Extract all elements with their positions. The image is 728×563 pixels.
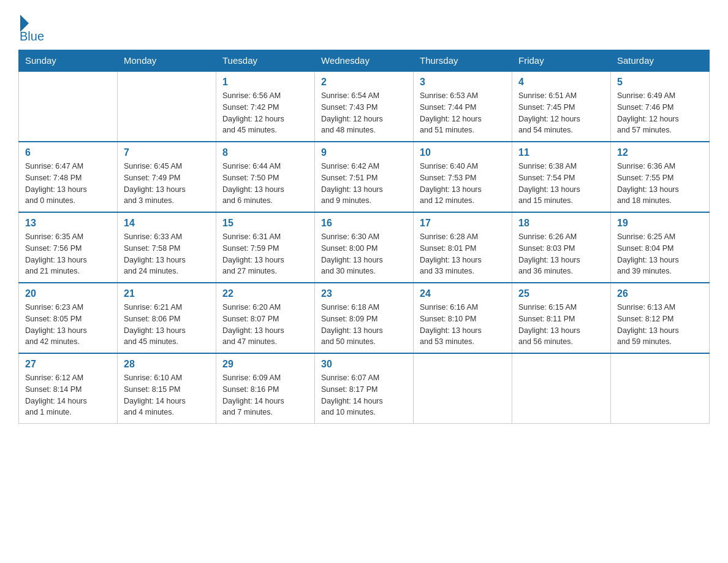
calendar-cell: 14Sunrise: 6:33 AM Sunset: 7:58 PM Dayli… [118,212,216,283]
day-info: Sunrise: 6:20 AM Sunset: 8:07 PM Dayligh… [222,302,308,348]
logo-subtitle: Blue [20,29,44,44]
calendar-cell: 19Sunrise: 6:25 AM Sunset: 8:04 PM Dayli… [611,212,710,283]
calendar-table: SundayMondayTuesdayWednesdayThursdayFrid… [18,50,710,424]
day-number: 18 [518,218,604,229]
day-info: Sunrise: 6:25 AM Sunset: 8:04 PM Dayligh… [617,231,703,277]
calendar-cell: 7Sunrise: 6:45 AM Sunset: 7:49 PM Daylig… [118,142,216,212]
calendar-cell: 3Sunrise: 6:53 AM Sunset: 7:44 PM Daylig… [414,71,512,142]
day-number: 29 [222,359,308,370]
day-info: Sunrise: 6:53 AM Sunset: 7:44 PM Dayligh… [420,90,506,136]
day-info: Sunrise: 6:23 AM Sunset: 8:05 PM Dayligh… [25,302,111,348]
calendar-cell [19,71,118,142]
day-number: 20 [25,288,111,299]
calendar-cell: 18Sunrise: 6:26 AM Sunset: 8:03 PM Dayli… [512,212,611,283]
day-info: Sunrise: 6:28 AM Sunset: 8:01 PM Dayligh… [420,231,506,277]
page-header: Blue [18,12,710,44]
day-number: 5 [617,77,703,88]
calendar-cell: 10Sunrise: 6:40 AM Sunset: 7:53 PM Dayli… [414,142,512,212]
day-info: Sunrise: 6:21 AM Sunset: 8:06 PM Dayligh… [124,302,210,348]
calendar-cell: 30Sunrise: 6:07 AM Sunset: 8:17 PM Dayli… [315,353,414,424]
day-number: 25 [518,288,604,299]
calendar-cell: 23Sunrise: 6:18 AM Sunset: 8:09 PM Dayli… [315,283,414,353]
day-number: 3 [420,77,506,88]
day-info: Sunrise: 6:15 AM Sunset: 8:11 PM Dayligh… [518,302,604,348]
week-row-3: 13Sunrise: 6:35 AM Sunset: 7:56 PM Dayli… [19,212,710,283]
calendar-cell: 11Sunrise: 6:38 AM Sunset: 7:54 PM Dayli… [512,142,611,212]
day-number: 2 [321,77,407,88]
day-info: Sunrise: 6:54 AM Sunset: 7:43 PM Dayligh… [321,90,407,136]
day-number: 21 [124,288,210,299]
logo: Blue [18,12,44,44]
day-info: Sunrise: 6:18 AM Sunset: 8:09 PM Dayligh… [321,302,407,348]
calendar-cell: 1Sunrise: 6:56 AM Sunset: 7:42 PM Daylig… [216,71,315,142]
calendar-cell: 6Sunrise: 6:47 AM Sunset: 7:48 PM Daylig… [19,142,118,212]
week-row-2: 6Sunrise: 6:47 AM Sunset: 7:48 PM Daylig… [19,142,710,212]
header-monday: Monday [118,50,216,72]
day-number: 26 [617,288,703,299]
calendar-cell: 24Sunrise: 6:16 AM Sunset: 8:10 PM Dayli… [414,283,512,353]
calendar-cell: 8Sunrise: 6:44 AM Sunset: 7:50 PM Daylig… [216,142,315,212]
day-info: Sunrise: 6:45 AM Sunset: 7:49 PM Dayligh… [124,161,210,207]
calendar-cell [611,353,710,424]
day-number: 30 [321,359,407,370]
calendar-cell: 5Sunrise: 6:49 AM Sunset: 7:46 PM Daylig… [611,71,710,142]
day-number: 19 [617,218,703,229]
calendar-cell: 12Sunrise: 6:36 AM Sunset: 7:55 PM Dayli… [611,142,710,212]
day-info: Sunrise: 6:38 AM Sunset: 7:54 PM Dayligh… [518,161,604,207]
calendar-cell: 9Sunrise: 6:42 AM Sunset: 7:51 PM Daylig… [315,142,414,212]
calendar-cell: 15Sunrise: 6:31 AM Sunset: 7:59 PM Dayli… [216,212,315,283]
header-friday: Friday [512,50,611,72]
day-info: Sunrise: 6:13 AM Sunset: 8:12 PM Dayligh… [617,302,703,348]
header-thursday: Thursday [414,50,512,72]
day-number: 28 [124,359,210,370]
day-info: Sunrise: 6:07 AM Sunset: 8:17 PM Dayligh… [321,372,407,418]
week-row-5: 27Sunrise: 6:12 AM Sunset: 8:14 PM Dayli… [19,353,710,424]
day-info: Sunrise: 6:49 AM Sunset: 7:46 PM Dayligh… [617,90,703,136]
day-info: Sunrise: 6:42 AM Sunset: 7:51 PM Dayligh… [321,161,407,207]
day-info: Sunrise: 6:31 AM Sunset: 7:59 PM Dayligh… [222,231,308,277]
day-info: Sunrise: 6:16 AM Sunset: 8:10 PM Dayligh… [420,302,506,348]
day-number: 6 [25,147,111,158]
header-sunday: Sunday [19,50,118,72]
day-number: 16 [321,218,407,229]
day-info: Sunrise: 6:47 AM Sunset: 7:48 PM Dayligh… [25,161,111,207]
header-saturday: Saturday [611,50,710,72]
day-info: Sunrise: 6:33 AM Sunset: 7:58 PM Dayligh… [124,231,210,277]
calendar-cell [118,71,216,142]
calendar-cell [512,353,611,424]
day-info: Sunrise: 6:44 AM Sunset: 7:50 PM Dayligh… [222,161,308,207]
day-number: 4 [518,77,604,88]
calendar-cell: 21Sunrise: 6:21 AM Sunset: 8:06 PM Dayli… [118,283,216,353]
day-number: 1 [222,77,308,88]
day-number: 27 [25,359,111,370]
day-number: 12 [617,147,703,158]
calendar-cell: 29Sunrise: 6:09 AM Sunset: 8:16 PM Dayli… [216,353,315,424]
calendar-cell: 13Sunrise: 6:35 AM Sunset: 7:56 PM Dayli… [19,212,118,283]
day-number: 22 [222,288,308,299]
day-number: 24 [420,288,506,299]
day-info: Sunrise: 6:12 AM Sunset: 8:14 PM Dayligh… [25,372,111,418]
day-number: 14 [124,218,210,229]
day-info: Sunrise: 6:56 AM Sunset: 7:42 PM Dayligh… [222,90,308,136]
header-wednesday: Wednesday [315,50,414,72]
calendar-cell: 26Sunrise: 6:13 AM Sunset: 8:12 PM Dayli… [611,283,710,353]
calendar-cell: 20Sunrise: 6:23 AM Sunset: 8:05 PM Dayli… [19,283,118,353]
day-number: 15 [222,218,308,229]
calendar-cell: 22Sunrise: 6:20 AM Sunset: 8:07 PM Dayli… [216,283,315,353]
calendar-cell [414,353,512,424]
day-number: 9 [321,147,407,158]
calendar-cell: 17Sunrise: 6:28 AM Sunset: 8:01 PM Dayli… [414,212,512,283]
day-number: 17 [420,218,506,229]
calendar-cell: 25Sunrise: 6:15 AM Sunset: 8:11 PM Dayli… [512,283,611,353]
day-info: Sunrise: 6:40 AM Sunset: 7:53 PM Dayligh… [420,161,506,207]
calendar-cell: 4Sunrise: 6:51 AM Sunset: 7:45 PM Daylig… [512,71,611,142]
day-number: 10 [420,147,506,158]
day-info: Sunrise: 6:35 AM Sunset: 7:56 PM Dayligh… [25,231,111,277]
day-number: 7 [124,147,210,158]
day-info: Sunrise: 6:51 AM Sunset: 7:45 PM Dayligh… [518,90,604,136]
day-number: 13 [25,218,111,229]
calendar-cell: 27Sunrise: 6:12 AM Sunset: 8:14 PM Dayli… [19,353,118,424]
day-number: 23 [321,288,407,299]
day-info: Sunrise: 6:09 AM Sunset: 8:16 PM Dayligh… [222,372,308,418]
day-info: Sunrise: 6:36 AM Sunset: 7:55 PM Dayligh… [617,161,703,207]
